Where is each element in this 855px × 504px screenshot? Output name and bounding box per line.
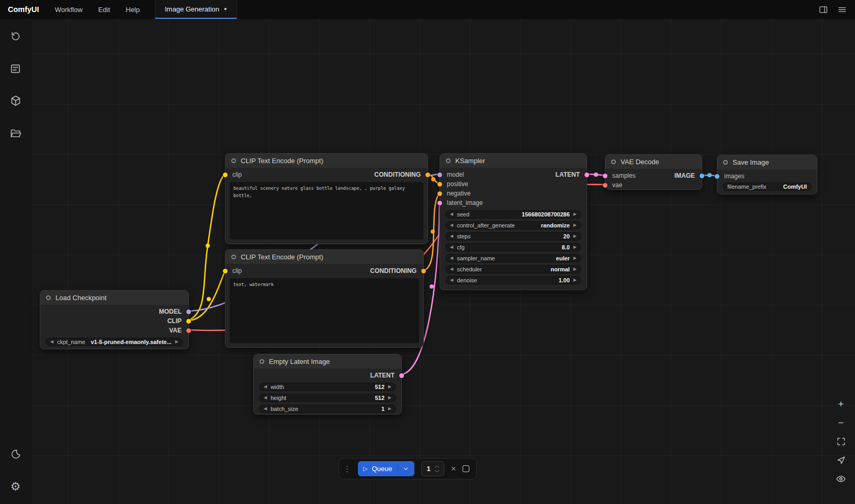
widget-width[interactable]: ◀ width 512 ▶	[259, 383, 396, 391]
decrement-arrow-icon[interactable]: ◀	[450, 267, 453, 271]
node-header[interactable]: Save Image	[717, 155, 817, 169]
zoom-in-button[interactable]: +	[834, 397, 848, 410]
increment-arrow-icon[interactable]: ▶	[573, 212, 577, 216]
theme-toggle-button[interactable]	[6, 444, 26, 464]
input-slot-samples[interactable]	[603, 174, 608, 178]
input-slot-negative[interactable]	[437, 191, 442, 196]
node-vae-decode[interactable]: VAE Decode samples IMAGE vae	[605, 154, 702, 190]
output-slot-clip[interactable]	[186, 319, 191, 324]
node-header[interactable]: Load Checkpoint	[40, 291, 188, 305]
sidebar-item-node-library[interactable]	[6, 59, 26, 78]
sidebar-item-workflows[interactable]	[6, 123, 26, 143]
prompt-text-area[interactable]: text, watermark	[230, 278, 419, 343]
widget-filename-prefix[interactable]: filename_prefix ComfyUI	[723, 182, 812, 191]
increment-arrow-icon[interactable]: ▶	[388, 385, 391, 389]
node-header[interactable]: VAE Decode	[605, 155, 702, 169]
menu-workflow[interactable]: Workflow	[47, 0, 91, 19]
output-slot-model[interactable]	[186, 310, 191, 314]
widget-sampler-name[interactable]: ◀ sampler_name euler ▶	[445, 254, 581, 262]
settings-button[interactable]: ⚙	[6, 477, 26, 497]
stop-icon[interactable]	[463, 465, 469, 472]
output-slot-latent[interactable]	[399, 373, 404, 378]
input-slot-positive[interactable]	[437, 182, 442, 187]
decrement-arrow-icon[interactable]: ◀	[264, 396, 267, 400]
node-header[interactable]: CLIP Text Encode (Prompt)	[226, 154, 428, 168]
menu-help[interactable]: Help	[118, 0, 148, 19]
input-slot-latent-image[interactable]	[437, 201, 442, 205]
collapse-dot-icon[interactable]	[231, 255, 236, 259]
increment-arrow-icon[interactable]: ▶	[175, 340, 178, 344]
decrement-arrow-icon[interactable]: ◀	[450, 278, 453, 282]
input-slot-vae[interactable]	[603, 183, 608, 188]
widget-seed[interactable]: ◀ seed 156680208700286 ▶	[445, 210, 581, 219]
increment-arrow-icon[interactable]: ▶	[388, 396, 391, 400]
decrement-arrow-icon[interactable]: ◀	[50, 340, 53, 344]
output-slot-conditioning[interactable]	[421, 269, 426, 273]
output-slot-image[interactable]	[700, 174, 704, 178]
clear-queue-button[interactable]: ×	[451, 464, 456, 473]
decrement-arrow-icon[interactable]: ◀	[264, 385, 267, 389]
stepper-up-icon[interactable]	[434, 465, 440, 468]
increment-arrow-icon[interactable]: ▶	[573, 223, 577, 227]
prompt-text-area[interactable]: beautiful scenery nature glass bottle la…	[230, 182, 423, 239]
toggle-visibility-button[interactable]	[834, 473, 848, 485]
node-empty-latent-image[interactable]: Empty Latent Image LATENT ◀ width 512 ▶ …	[253, 354, 402, 415]
output-slot-conditioning[interactable]	[425, 173, 430, 177]
widget-height[interactable]: ◀ height 512 ▶	[259, 394, 396, 402]
sidebar-item-queue-history[interactable]	[6, 26, 26, 46]
widget-control-after-generate[interactable]: ◀ control_after_generate randomize ▶	[445, 221, 581, 230]
collapse-dot-icon[interactable]	[446, 158, 451, 163]
widget-cfg[interactable]: ◀ cfg 8.0 ▶	[445, 243, 581, 251]
input-slot-clip[interactable]	[223, 269, 228, 273]
cube-icon	[9, 95, 22, 107]
increment-arrow-icon[interactable]: ▶	[573, 256, 577, 260]
collapse-dot-icon[interactable]	[611, 159, 616, 164]
widget-denoise[interactable]: ◀ denoise 1.00 ▶	[445, 276, 581, 284]
main-menu-button[interactable]	[834, 2, 850, 17]
input-slot-clip[interactable]	[223, 173, 228, 177]
fit-view-button[interactable]	[834, 435, 848, 448]
node-clip-text-encode-negative[interactable]: CLIP Text Encode (Prompt) clip CONDITION…	[225, 249, 424, 348]
sidebar-item-model-library[interactable]	[6, 91, 26, 111]
drag-handle-icon[interactable]: ⋮	[343, 465, 351, 473]
output-slot-vae[interactable]	[186, 328, 191, 333]
menu-edit[interactable]: Edit	[91, 0, 118, 19]
tab-image-generation[interactable]: Image Generation ●	[155, 0, 237, 19]
input-label: latent_image	[447, 199, 483, 207]
widget-batch-size[interactable]: ◀ batch_size 1 ▶	[259, 405, 396, 413]
input-slot-images[interactable]	[715, 174, 719, 179]
node-load-checkpoint[interactable]: Load Checkpoint MODEL CLIP VAE ◀ ckpt_na…	[40, 290, 189, 349]
output-slot-latent[interactable]	[584, 173, 589, 177]
increment-arrow-icon[interactable]: ▶	[388, 407, 391, 411]
increment-arrow-icon[interactable]: ▶	[573, 278, 577, 282]
node-header[interactable]: CLIP Text Encode (Prompt)	[226, 250, 423, 264]
decrement-arrow-icon[interactable]: ◀	[450, 212, 453, 216]
stepper-down-icon[interactable]	[434, 469, 440, 473]
increment-arrow-icon[interactable]: ▶	[573, 267, 577, 271]
batch-count-input[interactable]: 1	[421, 461, 444, 476]
decrement-arrow-icon[interactable]: ◀	[450, 223, 453, 227]
collapse-dot-icon[interactable]	[46, 295, 51, 300]
decrement-arrow-icon[interactable]: ◀	[450, 256, 453, 260]
node-ksampler[interactable]: KSampler model LATENT positive negative …	[440, 153, 587, 290]
collapse-dot-icon[interactable]	[260, 359, 264, 364]
zoom-out-button[interactable]: −	[834, 416, 848, 429]
collapse-dot-icon[interactable]	[723, 160, 728, 165]
collapse-dot-icon[interactable]	[231, 158, 236, 163]
increment-arrow-icon[interactable]: ▶	[573, 234, 577, 238]
node-header[interactable]: KSampler	[440, 154, 587, 168]
select-mode-button[interactable]	[834, 454, 848, 466]
widget-steps[interactable]: ◀ steps 20 ▶	[445, 232, 581, 240]
decrement-arrow-icon[interactable]: ◀	[264, 407, 267, 411]
widget-ckpt-name[interactable]: ◀ ckpt_name v1-5-pruned-emaonly.safete..…	[46, 338, 183, 346]
widget-scheduler[interactable]: ◀ scheduler normal ▶	[445, 265, 581, 273]
input-slot-model[interactable]	[437, 173, 442, 177]
toggle-panel-button[interactable]	[815, 2, 831, 17]
decrement-arrow-icon[interactable]: ◀	[450, 234, 453, 238]
decrement-arrow-icon[interactable]: ◀	[450, 245, 453, 249]
node-save-image[interactable]: Save Image images filename_prefix ComfyU…	[717, 155, 817, 194]
increment-arrow-icon[interactable]: ▶	[573, 245, 577, 249]
node-clip-text-encode-positive[interactable]: CLIP Text Encode (Prompt) clip CONDITION…	[225, 153, 428, 244]
queue-button[interactable]: ▷ Queue	[358, 461, 414, 476]
node-header[interactable]: Empty Latent Image	[254, 354, 401, 369]
